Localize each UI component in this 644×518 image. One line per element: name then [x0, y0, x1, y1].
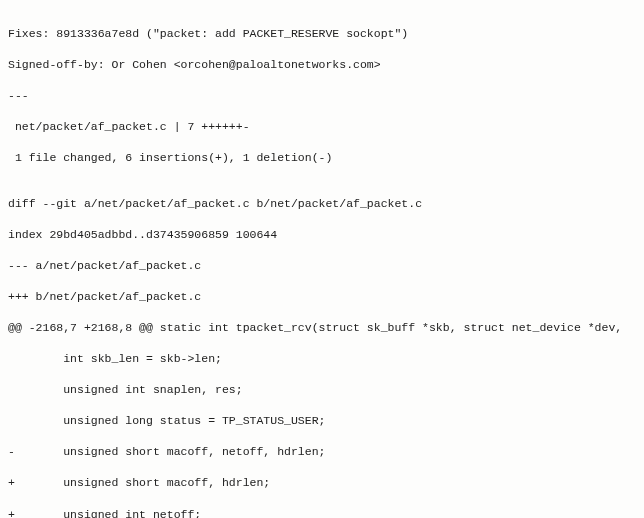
diffstat-summary: 1 file changed, 6 insertions(+), 1 delet… — [8, 150, 636, 166]
deletion-line: - unsigned short macoff, netoff, hdrlen; — [8, 444, 636, 460]
diff-header: diff --git a/net/packet/af_packet.c b/ne… — [8, 196, 636, 212]
patch-document: Fixes: 8913336a7e8d ("packet: add PACKET… — [0, 0, 644, 518]
context-line: unsigned long status = TP_STATUS_USER; — [8, 413, 636, 429]
addition-line: + unsigned short macoff, hdrlen; — [8, 475, 636, 491]
signed-off-by: Signed-off-by: Or Cohen <orcohen@paloalt… — [8, 57, 636, 73]
minus-file: --- a/net/packet/af_packet.c — [8, 258, 636, 274]
index-line: index 29bd405adbbd..d37435906859 100644 — [8, 227, 636, 243]
plus-file: +++ b/net/packet/af_packet.c — [8, 289, 636, 305]
addition-line: + unsigned int netoff; — [8, 507, 636, 519]
separator: --- — [8, 88, 636, 104]
diffstat-file: net/packet/af_packet.c | 7 ++++++- — [8, 119, 636, 135]
hunk-header: @@ -2168,7 +2168,8 @@ static int tpacket… — [8, 320, 636, 336]
context-line: unsigned int snaplen, res; — [8, 382, 636, 398]
context-line: int skb_len = skb->len; — [8, 351, 636, 367]
fixes-line: Fixes: 8913336a7e8d ("packet: add PACKET… — [8, 26, 636, 42]
